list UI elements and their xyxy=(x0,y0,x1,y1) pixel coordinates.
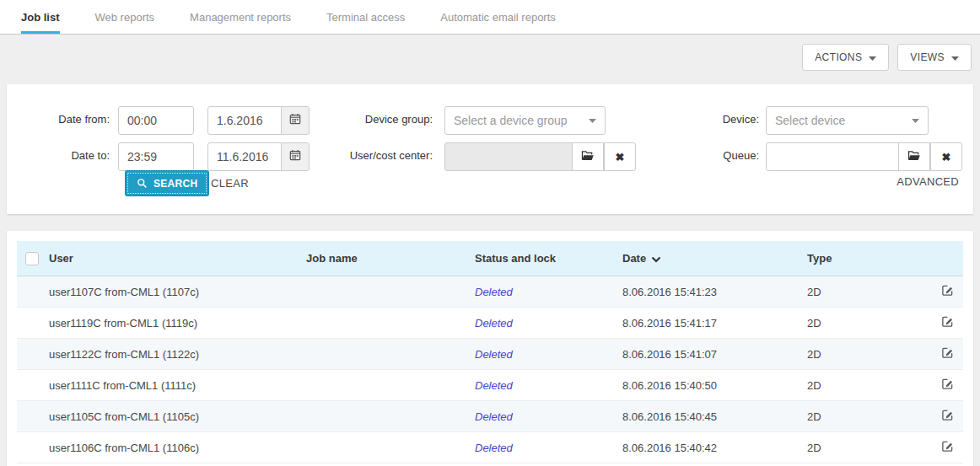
date-to-time-input[interactable] xyxy=(118,142,194,171)
user-cell: user1107C from-CML1 (1107c) xyxy=(49,286,306,298)
user-cell: user1106C from-CML1 (1106c) xyxy=(49,442,306,454)
table-row[interactable]: user1122C from-CML1 (1122c) Deleted 8.06… xyxy=(17,339,963,370)
tab-terminal-access[interactable]: Terminal access xyxy=(326,0,405,34)
date-from-label: Date from: xyxy=(17,113,110,126)
queue-clear-button[interactable]: ✖ xyxy=(930,142,962,171)
status-link[interactable]: Deleted xyxy=(475,317,622,329)
date-from-calendar-button[interactable] xyxy=(281,106,310,135)
actions-button-label: ACTIONS xyxy=(815,51,862,63)
user-cost-center-label: User/cost center: xyxy=(306,149,433,162)
column-header-user[interactable]: User xyxy=(49,252,306,265)
edit-icon xyxy=(941,284,954,299)
queue-browse-button[interactable] xyxy=(898,142,930,171)
date-cell: 8.06.2016 15:41:17 xyxy=(622,317,807,329)
column-header-job-name[interactable]: Job name xyxy=(306,252,475,265)
device-group-select[interactable]: Select a device group xyxy=(444,106,606,135)
calendar-icon xyxy=(289,113,301,128)
type-cell: 2D xyxy=(807,442,931,454)
column-header-type-label: Type xyxy=(807,252,832,265)
edit-job-button[interactable] xyxy=(931,378,963,393)
status-link[interactable]: Deleted xyxy=(475,442,622,454)
edit-job-button[interactable] xyxy=(931,315,963,330)
column-header-type[interactable]: Type xyxy=(807,252,931,265)
edit-icon xyxy=(941,440,954,455)
column-header-status-and-lock[interactable]: Status and lock xyxy=(475,252,622,265)
date-cell: 8.06.2016 15:41:07 xyxy=(622,348,807,361)
tab-automatic-email-reports[interactable]: Automatic email reports xyxy=(440,0,556,34)
edit-job-button[interactable] xyxy=(931,284,963,299)
edit-job-button[interactable] xyxy=(931,440,963,455)
date-from-time-input[interactable] xyxy=(118,106,194,135)
caret-down-icon xyxy=(589,119,596,123)
clear-link[interactable]: CLEAR xyxy=(211,177,249,190)
type-cell: 2D xyxy=(807,317,931,329)
tab-management-reports[interactable]: Management reports xyxy=(190,0,291,34)
views-button[interactable]: VIEWS xyxy=(897,44,972,71)
device-group-placeholder: Select a device group xyxy=(454,114,568,127)
date-cell: 8.06.2016 15:40:42 xyxy=(622,442,807,454)
actions-button[interactable]: ACTIONS xyxy=(802,44,889,71)
folder-open-icon xyxy=(907,149,921,164)
device-label: Device: xyxy=(633,113,759,126)
device-select[interactable]: Select device xyxy=(766,106,929,135)
advanced-link[interactable]: ADVANCED xyxy=(897,175,959,188)
user-cost-center-input[interactable] xyxy=(444,142,573,171)
column-header-user-label: User xyxy=(49,252,73,265)
table-row[interactable]: user1105C from-CML1 (1105c) Deleted 8.06… xyxy=(17,401,963,432)
queue-label: Queue: xyxy=(633,149,759,162)
search-filter-panel: Date from: Date to: SEARCH CLEAR Device … xyxy=(7,84,973,214)
queue-input[interactable] xyxy=(766,142,900,171)
user-cost-center-clear-button[interactable]: ✖ xyxy=(604,142,636,171)
user-cell: user1111C from-CML1 (1111c) xyxy=(49,379,306,392)
edit-icon xyxy=(941,409,954,424)
toolbar: ACTIONS VIEWS xyxy=(0,35,980,71)
user-cost-center-browse-button[interactable] xyxy=(572,142,604,171)
device-group-label: Device group: xyxy=(306,113,433,126)
status-link[interactable]: Deleted xyxy=(475,348,622,361)
user-cell: user1105C from-CML1 (1105c) xyxy=(49,410,306,423)
search-icon xyxy=(137,178,148,189)
date-cell: 8.06.2016 15:40:50 xyxy=(622,379,807,392)
type-cell: 2D xyxy=(807,286,931,298)
edit-icon xyxy=(941,346,954,362)
user-cell: user1122C from-CML1 (1122c) xyxy=(49,348,306,361)
edit-icon xyxy=(941,378,954,393)
table-row[interactable]: user1119C from-CML1 (1119c) Deleted 8.06… xyxy=(17,308,963,339)
edit-job-button[interactable] xyxy=(931,346,963,362)
folder-open-icon xyxy=(581,149,595,164)
date-cell: 8.06.2016 15:40:45 xyxy=(622,410,807,423)
caret-down-icon xyxy=(869,56,876,61)
table-row[interactable]: user1106C from-CML1 (1106c) Deleted 8.06… xyxy=(17,432,963,463)
date-from-date-input[interactable] xyxy=(207,106,282,135)
search-button[interactable]: SEARCH xyxy=(125,170,209,196)
date-to-calendar-button[interactable] xyxy=(281,142,310,171)
edit-icon xyxy=(941,315,954,330)
column-header-date[interactable]: Date xyxy=(622,252,807,265)
status-link[interactable]: Deleted xyxy=(475,410,622,423)
status-link[interactable]: Deleted xyxy=(475,379,622,392)
top-tab-bar: Job list Web reports Management reports … xyxy=(0,0,980,35)
table-row[interactable]: user1111C from-CML1 (1111c) Deleted 8.06… xyxy=(17,370,963,401)
date-to-label: Date to: xyxy=(17,149,110,162)
type-cell: 2D xyxy=(807,379,931,392)
caret-down-icon xyxy=(951,56,959,61)
table-row[interactable]: user1107C from-CML1 (1107c) Deleted 8.06… xyxy=(17,276,963,308)
close-icon: ✖ xyxy=(942,151,951,163)
edit-job-button[interactable] xyxy=(931,409,963,424)
column-header-status-label: Status and lock xyxy=(475,252,556,265)
column-header-date-label: Date xyxy=(622,252,646,265)
tab-web-reports[interactable]: Web reports xyxy=(95,0,155,34)
date-to-date-input[interactable] xyxy=(207,142,282,171)
user-cell: user1119C from-CML1 (1119c) xyxy=(49,317,306,329)
table-body: user1107C from-CML1 (1107c) Deleted 8.06… xyxy=(17,276,963,463)
status-link[interactable]: Deleted xyxy=(475,286,622,298)
tab-job-list[interactable]: Job list xyxy=(21,0,60,34)
type-cell: 2D xyxy=(807,410,931,423)
device-placeholder: Select device xyxy=(775,114,845,127)
caret-down-icon xyxy=(912,119,919,123)
close-icon: ✖ xyxy=(616,151,625,163)
date-cell: 8.06.2016 15:41:23 xyxy=(622,286,807,298)
select-all-checkbox[interactable] xyxy=(25,252,39,265)
table-header-row: User Job name Status and lock Date Type xyxy=(17,241,963,276)
column-header-job-name-label: Job name xyxy=(306,252,358,265)
